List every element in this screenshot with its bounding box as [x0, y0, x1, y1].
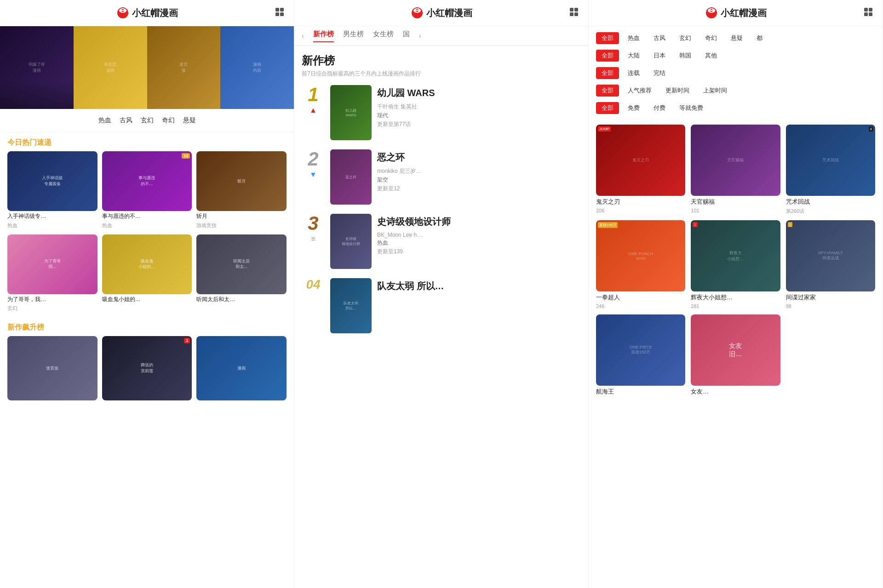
filter-all-price[interactable]: 全部 — [596, 102, 619, 114]
tab-male[interactable]: 男生榜 — [343, 30, 364, 41]
banner-card-2[interactable]: 有意思漫画 — [74, 26, 147, 109]
category-ancient[interactable]: 古风 — [118, 115, 134, 126]
browse-card-2[interactable]: 咒术回战 4 咒术回战 第260话 — [786, 125, 875, 215]
rank-genre-2: 架空 — [377, 176, 581, 184]
manga-card-3[interactable]: 为了哥哥我… 为了哥哥，我… 玄幻 — [7, 234, 97, 312]
svg-rect-5 — [280, 8, 284, 11]
logo-rankings: 小红帽漫画 — [411, 6, 472, 19]
rank-arrow-1: ▲ — [310, 106, 317, 114]
manga-title-4: 吸血鬼小姐的… — [102, 296, 192, 303]
filter-ongoing[interactable]: 连载 — [623, 67, 645, 80]
filter-all-sort[interactable]: 全部 — [596, 85, 619, 97]
new-section-title: 新作飙升榜 — [0, 317, 294, 336]
new-manga-0[interactable]: 迷宫仮 — [7, 336, 97, 400]
new-manga-1[interactable]: 1 葬送的芙莉莲 — [102, 336, 192, 400]
rank-number-1: 1 — [308, 85, 318, 104]
filter-other[interactable]: 其他 — [700, 49, 722, 62]
manga-card-5[interactable]: 听闻太后和太… 听闻太后和太… — [196, 234, 287, 312]
filter-paid[interactable]: 付费 — [648, 102, 671, 114]
rank-item-2[interactable]: 2 ▼ 恶之环 恶之环 monkiko 尼三岁… 架空 更新至12 — [302, 149, 581, 205]
browse-thumb-0: 鬼灭之刃 JUMP — [596, 125, 685, 196]
category-hot[interactable]: 热血 — [97, 115, 113, 126]
grid-icon-browse[interactable] — [863, 7, 873, 19]
banner-card-4[interactable]: 漫画内容 — [220, 26, 294, 109]
rank-item-1[interactable]: 1 ▲ 幼儿园WARS 幼儿园 WARS 千叶侑生 集英社 现代 更新至第77话 — [302, 85, 581, 140]
grid-icon-rankings[interactable] — [569, 7, 579, 19]
filter-all-genre[interactable]: 全部 — [596, 32, 619, 44]
rank-update-2: 更新至12 — [377, 185, 581, 193]
browse-thumb-1: 天官赐福 — [691, 125, 780, 196]
new-section-grid: 迷宫仮 1 葬送的芙莉莲 漫画 — [0, 336, 294, 405]
category-magic[interactable]: 奇幻 — [160, 115, 177, 126]
category-mystery[interactable]: 悬疑 — [181, 115, 198, 126]
category-fantasy[interactable]: 玄幻 — [139, 115, 155, 126]
filter-ancient[interactable]: 古风 — [648, 32, 671, 45]
filter-japan[interactable]: 日本 — [648, 49, 671, 62]
browse-card-4[interactable]: 辉夜大小姐想… 1 辉夜大小姐想… 281 — [691, 220, 780, 309]
filter-section: 全部 热血 古风 玄幻 奇幻 悬疑 都 全部 大陆 日本 韩国 其他 全部 连载… — [589, 26, 883, 119]
browse-card-1[interactable]: 天官赐福 天官赐福 101 — [691, 125, 780, 215]
filter-popular[interactable]: 人气推荐 — [623, 84, 657, 97]
manga-title-0: 入手神话级专… — [7, 213, 97, 220]
manga-card-4[interactable]: 吸血鬼小姐的… 吸血鬼小姐的… — [102, 234, 192, 312]
rank-num-container-1: 1 ▲ — [302, 85, 325, 114]
manga-title-1: 事与愿违的不… — [102, 213, 192, 220]
rank-manga-title-2: 恶之环 — [377, 151, 581, 164]
tab-arrow-right[interactable]: › — [419, 32, 421, 40]
browse-card-6[interactable]: ONE PIECE英雄150万 航海王 — [596, 314, 685, 398]
tab-new[interactable]: 新作榜 — [313, 30, 334, 41]
new-manga-2[interactable]: 漫画 — [196, 336, 287, 400]
grid-icon-home[interactable] — [275, 7, 285, 19]
filter-sus[interactable]: 悬疑 — [726, 32, 748, 45]
browse-card-7[interactable]: 女友旧… 女友… — [691, 314, 780, 398]
filter-shelf-time[interactable]: 上架时间 — [698, 84, 732, 97]
browse-card-5[interactable]: SPY×FAMILY间谍达成 1 间谍过家家 98 — [786, 220, 875, 309]
filter-complete[interactable]: 完结 — [648, 67, 671, 80]
filter-update-time[interactable]: 更新时间 — [660, 84, 694, 97]
filter-free[interactable]: 免费 — [623, 102, 645, 114]
filter-all-status[interactable]: 全部 — [596, 67, 619, 79]
rank-arrow-3: ≡ — [311, 235, 315, 243]
filter-more[interactable]: 都 — [751, 32, 768, 45]
browse-count-0: 206 — [596, 208, 685, 213]
rank-info-3: 史诗级领地设计师 BK_Moon Lee h… 热血 更新至139 — [377, 214, 581, 256]
manga-card-1[interactable]: 10 事与愿违的不… 事与愿违的不… 热血 — [102, 151, 192, 229]
rank-item-4[interactable]: 04 队友太弱所以… 队友太弱 所以… — [302, 278, 581, 333]
manga-tag-1: 热血 — [102, 222, 192, 229]
filter-row-status: 全部 连载 完结 — [596, 67, 875, 80]
svg-rect-4 — [275, 8, 279, 11]
filter-qi[interactable]: 奇幻 — [700, 32, 722, 45]
new-thumb-2: 漫画 — [196, 336, 287, 400]
tab-female[interactable]: 女生榜 — [373, 30, 394, 41]
manga-tag-2: 游戏竞技 — [196, 222, 287, 229]
filter-korea[interactable]: 韩国 — [674, 49, 696, 62]
filter-hot[interactable]: 热血 — [623, 32, 645, 45]
rank-manga-title-4: 队友太弱 所以… — [377, 280, 581, 292]
category-bar: 热血 古风 玄幻 奇幻 悬疑 — [0, 109, 294, 132]
tab-nation[interactable]: 国 — [403, 30, 410, 41]
manga-tag-3: 玄幻 — [7, 305, 97, 312]
rank-update-1: 更新至第77话 — [377, 120, 581, 128]
hot-manga-grid-row2: 为了哥哥我… 为了哥哥，我… 玄幻 吸血鬼小姐的… 吸血鬼小姐的… 听闻太后和太… — [0, 234, 294, 318]
filter-wait-free[interactable]: 等就免费 — [674, 102, 708, 114]
rank-cover-4: 队友太弱所以… — [330, 278, 372, 333]
browse-count-3: 246 — [596, 303, 685, 309]
banner-card-1[interactable]: 弱爆了呀漫画 — [0, 26, 74, 109]
tab-arrow-left[interactable]: ‹ — [302, 32, 304, 40]
browse-card-0[interactable]: 鬼灭之刃 JUMP 鬼灭之刃 206 — [596, 125, 685, 215]
manga-card-2[interactable]: 斩月 斩月 游戏竞技 — [196, 151, 287, 229]
banner[interactable]: 弱爆了呀漫画 有意思漫画 迷宫仮 漫画内容 — [0, 26, 294, 109]
filter-mainland[interactable]: 大陆 — [623, 49, 645, 62]
filter-row-region: 全部 大陆 日本 韩国 其他 — [596, 49, 875, 62]
filter-xh[interactable]: 玄幻 — [674, 32, 696, 45]
rank-item-3[interactable]: 3 ≡ 史诗级领地设计师 史诗级领地设计师 BK_Moon Lee h… 热血 … — [302, 214, 581, 269]
browse-card-3[interactable]: ONE PUNCHMAN 英雄150万 一拳超人 246 — [596, 220, 685, 309]
rank-update-3: 更新至139 — [377, 248, 581, 256]
browse-title: 小红帽漫画 — [721, 7, 767, 19]
banner-card-3[interactable]: 迷宫仮 — [147, 26, 221, 109]
filter-all-region[interactable]: 全部 — [596, 50, 619, 62]
manga-card-0[interactable]: 入手神话级专属装备 入手神话级专… 热血 — [7, 151, 97, 229]
rank-num-container-4: 04 — [302, 278, 325, 291]
browse-thumb-4: 辉夜大小姐想… 1 — [691, 220, 780, 291]
svg-rect-13 — [574, 8, 578, 11]
